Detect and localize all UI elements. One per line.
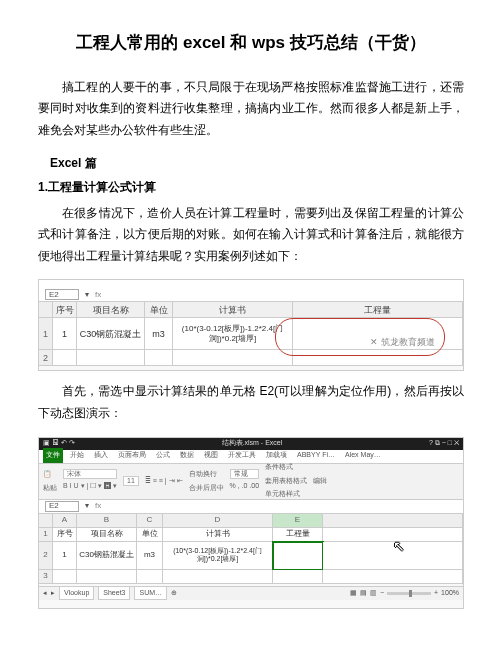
view-normal-icon[interactable]: ▦ <box>350 587 357 600</box>
paste-label: 粘贴 <box>43 482 57 495</box>
header-calc: 计算书 <box>173 302 293 318</box>
paragraph-2: 在很多情况下，造价人员在计算工程量时，需要列出及保留工程量的计算公式和计算备注，… <box>38 203 464 268</box>
header-unit: 单位 <box>145 302 173 318</box>
wrap-text[interactable]: 自动换行 <box>189 468 224 481</box>
tab-file[interactable]: 文件 <box>43 448 63 463</box>
h-qty[interactable]: 工程量 <box>273 528 323 542</box>
col-a[interactable]: A <box>53 514 77 528</box>
fx-icon: fx <box>95 288 101 302</box>
cond-format[interactable]: 条件格式 <box>265 461 307 474</box>
font-box[interactable]: 宋体 <box>63 469 117 479</box>
header-name: 项目名称 <box>77 302 145 318</box>
zoom-value[interactable]: 100% <box>441 587 459 600</box>
row-3[interactable]: 3 <box>39 570 53 584</box>
header-seq: 序号 <box>53 302 77 318</box>
header-qty: 工程量 <box>293 302 463 318</box>
cell-a2[interactable]: 1 <box>53 542 77 570</box>
corner[interactable] <box>39 514 53 528</box>
new-sheet-icon[interactable]: ⊕ <box>171 587 177 600</box>
font-size-box[interactable]: 11 <box>123 476 139 486</box>
cell-unit: m3 <box>145 318 173 350</box>
h-name[interactable]: 项目名称 <box>77 528 137 542</box>
sheet-nav-prev-icon[interactable]: ◂ <box>43 587 47 600</box>
merge-center[interactable]: 合并后居中 <box>189 482 224 495</box>
cell-d2[interactable]: (10*(3-0.12[板厚])-1.2*2.4[门洞])*0.2[墙厚] <box>163 542 273 570</box>
intro-paragraph: 搞工程的人要干的事，不只局限于在现场严格按照标准监督施工进行，还需要同时对收集到… <box>38 77 464 142</box>
zoom-slider[interactable] <box>387 592 431 595</box>
row-label-1: 1 <box>39 318 53 350</box>
ribbon-tabs: 文件 开始 插入 页面布局 公式 数据 视图 开发工具 加载项 ABBYY Fi… <box>39 450 463 464</box>
cell-num: 1 <box>53 318 77 350</box>
cell-formula: (10*(3-0.12[板厚])-1.2*2.4[门洞])*0.2[墙厚] <box>173 318 293 350</box>
h-seq[interactable]: 序号 <box>53 528 77 542</box>
tab-home[interactable]: 开始 <box>67 448 87 463</box>
table-format[interactable]: 套用表格格式 <box>265 475 307 488</box>
sheet-tab-sum[interactable]: SUM… <box>134 586 167 601</box>
sheet-tab-vlookup[interactable]: Vlookup <box>59 586 94 601</box>
ribbon-body: 📋 粘贴 宋体 B I U ▾ | ☐ ▾ 🅰 ▾ 11 ≣ ≡ ≡ | ⇥ ⇤… <box>39 464 463 500</box>
col-blank[interactable] <box>323 514 463 528</box>
col-c[interactable]: C <box>137 514 163 528</box>
zoom-out-icon[interactable]: − <box>380 587 384 600</box>
h-calc[interactable]: 计算书 <box>163 528 273 542</box>
tab-data[interactable]: 数据 <box>177 448 197 463</box>
tab-layout[interactable]: 页面布局 <box>115 448 149 463</box>
name-box: E2 <box>45 289 79 300</box>
row-label-2: 2 <box>39 350 53 366</box>
page-title: 工程人常用的 excel 和 wps 技巧总结（干货） <box>38 28 464 59</box>
window-buttons: ? ⧉ − □ ✕ <box>429 437 459 450</box>
row-2[interactable]: 2 <box>39 542 53 570</box>
paste-icon[interactable]: 📋 <box>43 468 57 481</box>
cell-style[interactable]: 单元格样式 <box>265 488 307 501</box>
col-d[interactable]: D <box>163 514 273 528</box>
col-b[interactable]: B <box>77 514 137 528</box>
dropdown-icon: ▾ <box>85 288 89 302</box>
zoom-in-icon[interactable]: + <box>434 587 438 600</box>
subsection-heading-1: 1.工程量计算公式计算 <box>38 177 464 199</box>
cell-c2[interactable]: m3 <box>137 542 163 570</box>
tab-dev[interactable]: 开发工具 <box>225 448 259 463</box>
section-heading-excel: Excel 篇 <box>50 153 464 175</box>
view-break-icon[interactable]: ▥ <box>370 587 377 600</box>
dropdown-icon-2[interactable]: ▾ <box>85 499 89 513</box>
tab-formula[interactable]: 公式 <box>153 448 173 463</box>
sheet-nav-next-icon[interactable]: ▸ <box>51 587 55 600</box>
name-box-2[interactable]: E2 <box>45 501 79 512</box>
view-layout-icon[interactable]: ▤ <box>360 587 367 600</box>
fx-icon-2[interactable]: fx <box>95 499 101 513</box>
watermark: ✕ 筑龙教育频道 <box>370 334 435 350</box>
screenshot-1: E2 ▾ fx 序号 项目名称 单位 计算书 工程量 1 1 C30钢筋混凝土 … <box>38 279 464 371</box>
cell-name: C30钢筋混凝土 <box>77 318 145 350</box>
sheet-tab-sheet3[interactable]: Sheet3 <box>98 586 130 601</box>
tab-alex[interactable]: Alex May… <box>342 448 384 463</box>
screenshot-2: ▣ 🖫 ↶ ↷ 结构表.xlsm - Excel ? ⧉ − □ ✕ 文件 开始… <box>38 437 464 609</box>
cell-b2[interactable]: C30钢筋混凝土 <box>77 542 137 570</box>
tab-view[interactable]: 视图 <box>201 448 221 463</box>
paragraph-3: 首先，需选中显示计算结果的单元格 E2(可以理解为定位作用)，然后再按以下动态图… <box>38 381 464 424</box>
number-format[interactable]: 常规 <box>230 469 260 479</box>
tab-insert[interactable]: 插入 <box>91 448 111 463</box>
col-e[interactable]: E <box>273 514 323 528</box>
h-unit[interactable]: 单位 <box>137 528 163 542</box>
row-1[interactable]: 1 <box>39 528 53 542</box>
edit-group: 编辑 <box>313 475 327 488</box>
cell-e2-selected[interactable] <box>273 542 323 570</box>
